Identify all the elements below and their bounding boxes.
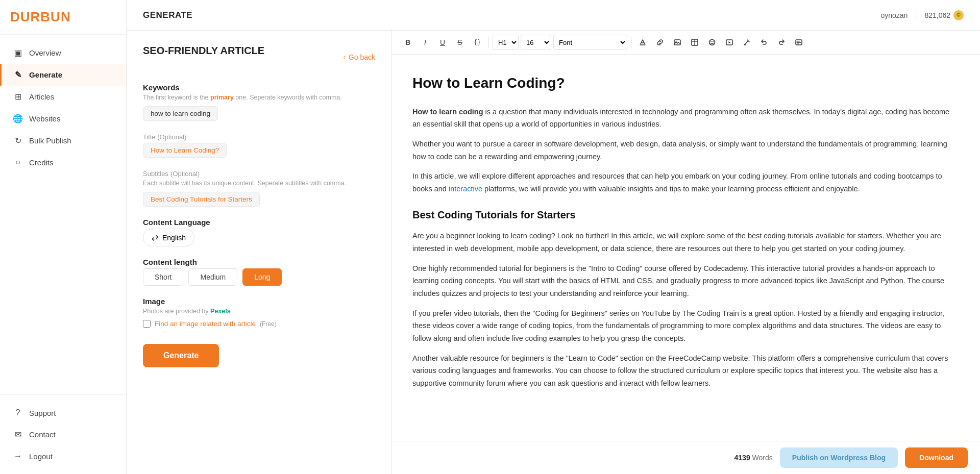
heading-select[interactable]: H1 H2 H3 P bbox=[493, 35, 519, 50]
svg-rect-0 bbox=[674, 40, 680, 45]
media-button[interactable] bbox=[722, 35, 737, 50]
paragraph-3: In this article, we will explore differe… bbox=[412, 170, 960, 195]
main-area: GENERATE oynozan 821,062 © SEO-FRIENDLY … bbox=[127, 0, 980, 474]
word-count-value: 4139 bbox=[734, 454, 750, 462]
word-count-label: Words bbox=[752, 454, 773, 462]
generate-icon: ✎ bbox=[13, 70, 23, 80]
code-button[interactable]: {} bbox=[470, 35, 485, 50]
credits-icon: ○ bbox=[13, 158, 23, 167]
strikethrough-button[interactable]: S bbox=[452, 35, 468, 50]
svg-point-6 bbox=[710, 41, 712, 42]
title-field: Title (Optional) How to Learn Coding? bbox=[143, 132, 375, 158]
page-title: GENERATE bbox=[143, 10, 192, 20]
brand-part2: BUN bbox=[40, 9, 70, 24]
italic-button[interactable]: I bbox=[418, 35, 433, 50]
content-area: SEO-FRIENDLY ARTICLE ‹ Go back Keywords … bbox=[127, 31, 980, 474]
sidebar-item-label: Bulk Publish bbox=[29, 136, 71, 145]
find-image-label[interactable]: Find an image related with article (Free… bbox=[143, 320, 375, 328]
sidebar-item-bulk-publish[interactable]: ↻ Bulk Publish bbox=[0, 130, 126, 152]
right-panel: B I U S {} H1 H2 H3 P 16 12 14 18 24 bbox=[392, 31, 980, 474]
publish-button[interactable]: Publish on Wordpress Blog bbox=[780, 447, 898, 468]
text-color-button[interactable] bbox=[635, 35, 650, 50]
title-tag[interactable]: How to Learn Coding? bbox=[143, 143, 227, 158]
table-button[interactable] bbox=[687, 35, 702, 50]
font-size-select[interactable]: 16 12 14 18 24 bbox=[521, 35, 551, 50]
language-selector[interactable]: ⇄ English bbox=[143, 229, 194, 246]
link-button[interactable] bbox=[652, 35, 668, 50]
title-optional: (Optional) bbox=[157, 133, 186, 141]
sidebar-item-overview[interactable]: ▣ Overview bbox=[0, 42, 126, 64]
underline-button[interactable]: U bbox=[435, 35, 450, 50]
topbar-divider bbox=[916, 10, 916, 21]
contact-icon: ✉ bbox=[13, 430, 23, 439]
sidebar-item-label: Overview bbox=[29, 48, 61, 57]
chevron-left-icon: ‹ bbox=[344, 54, 346, 61]
articles-icon: ⊞ bbox=[13, 92, 23, 102]
subtitles-tag[interactable]: Best Coding Tutorials for Starters bbox=[143, 192, 260, 207]
language-field: Content Language ⇄ English bbox=[143, 218, 375, 246]
subtitles-field: Subtitles (Optional) Each subtitle will … bbox=[143, 169, 375, 207]
sidebar-item-label: Generate bbox=[29, 70, 62, 79]
editor-content[interactable]: How to Learn Coding? How to learn coding… bbox=[392, 55, 980, 441]
keywords-tag[interactable]: how to learn coding bbox=[143, 106, 218, 121]
keywords-field: Keywords The first keyword is the primar… bbox=[143, 83, 375, 121]
long-button[interactable]: Long bbox=[242, 268, 282, 286]
keywords-label: Keywords bbox=[143, 83, 375, 92]
source-button[interactable] bbox=[791, 35, 806, 50]
generate-button[interactable]: Generate bbox=[143, 344, 219, 367]
toolbar-divider-1 bbox=[488, 37, 489, 48]
sidebar-item-logout[interactable]: → Logout bbox=[0, 445, 126, 467]
title-label: Title (Optional) bbox=[143, 132, 375, 141]
image-button[interactable] bbox=[670, 35, 685, 50]
find-image-text: Find an image related with article bbox=[155, 320, 256, 328]
subtitles-desc: Each subtitle will has its unique conten… bbox=[143, 180, 375, 187]
sidebar-item-label: Credits bbox=[29, 158, 54, 167]
paragraph-2: Whether you want to pursue a career in s… bbox=[412, 138, 960, 163]
language-value: English bbox=[162, 234, 186, 242]
support-icon: ? bbox=[13, 408, 23, 417]
sidebar-item-articles[interactable]: ⊞ Articles bbox=[0, 86, 126, 108]
subtitle1-para-4: Another valuable resource for beginners … bbox=[412, 352, 960, 390]
svg-point-5 bbox=[709, 40, 715, 45]
bold-button[interactable]: B bbox=[400, 35, 415, 50]
credits-value: 821,062 bbox=[924, 11, 950, 19]
username: oynozan bbox=[880, 11, 908, 19]
sidebar-item-label: Articles bbox=[29, 92, 54, 101]
sidebar-item-credits[interactable]: ○ Credits bbox=[0, 152, 126, 173]
subtitles-optional: (Optional) bbox=[170, 170, 200, 178]
svg-point-7 bbox=[713, 41, 714, 42]
sidebar-item-contact[interactable]: ✉ Contact bbox=[0, 423, 126, 445]
title-value: How to Learn Coding? bbox=[151, 146, 219, 154]
keywords-value: how to learn coding bbox=[151, 110, 210, 117]
emoji-button[interactable] bbox=[704, 35, 720, 50]
sidebar-nav: ▣ Overview ✎ Generate ⊞ Articles 🌐 Websi… bbox=[0, 35, 126, 394]
sidebar-item-websites[interactable]: 🌐 Websites bbox=[0, 108, 126, 130]
erase-button[interactable] bbox=[739, 35, 754, 50]
sidebar-item-support[interactable]: ? Support bbox=[0, 402, 126, 423]
panel-title: SEO-FRIENDLY ARTICLE bbox=[143, 45, 264, 57]
go-back-button[interactable]: ‹ Go back bbox=[344, 53, 375, 61]
editor-footer: 4139 Words Publish on Wordpress Blog Dow… bbox=[392, 441, 980, 474]
topbar: GENERATE oynozan 821,062 © bbox=[127, 0, 980, 31]
undo-button[interactable] bbox=[756, 35, 772, 50]
pexels-link[interactable]: Pexels bbox=[210, 308, 231, 315]
panel-header: SEO-FRIENDLY ARTICLE ‹ Go back bbox=[143, 45, 375, 69]
redo-button[interactable] bbox=[774, 35, 789, 50]
sidebar-item-generate[interactable]: ✎ Generate bbox=[0, 64, 126, 86]
editor-toolbar: B I U S {} H1 H2 H3 P 16 12 14 18 24 bbox=[392, 31, 980, 55]
download-button[interactable]: Download bbox=[905, 447, 968, 468]
interactive-link[interactable]: interactive bbox=[449, 185, 482, 193]
left-panel: SEO-FRIENDLY ARTICLE ‹ Go back Keywords … bbox=[127, 31, 392, 474]
sidebar: DURBUN ▣ Overview ✎ Generate ⊞ Articles … bbox=[0, 0, 127, 474]
subtitle-1: Best Coding Tutorials for Starters bbox=[412, 206, 960, 223]
short-button[interactable]: Short bbox=[143, 268, 183, 286]
medium-button[interactable]: Medium bbox=[188, 268, 237, 286]
topbar-right: oynozan 821,062 © bbox=[880, 10, 964, 21]
word-count: 4139 Words bbox=[734, 454, 773, 462]
keywords-desc: The first keyword is the primary one. Se… bbox=[143, 94, 375, 101]
find-image-checkbox[interactable] bbox=[143, 320, 151, 328]
font-select[interactable]: Font Arial Georgia Times New Roman bbox=[553, 35, 627, 50]
paragraph-1: How to learn coding is a question that m… bbox=[412, 106, 960, 131]
sidebar-item-label: Logout bbox=[29, 452, 53, 461]
sidebar-item-label: Support bbox=[29, 409, 56, 417]
